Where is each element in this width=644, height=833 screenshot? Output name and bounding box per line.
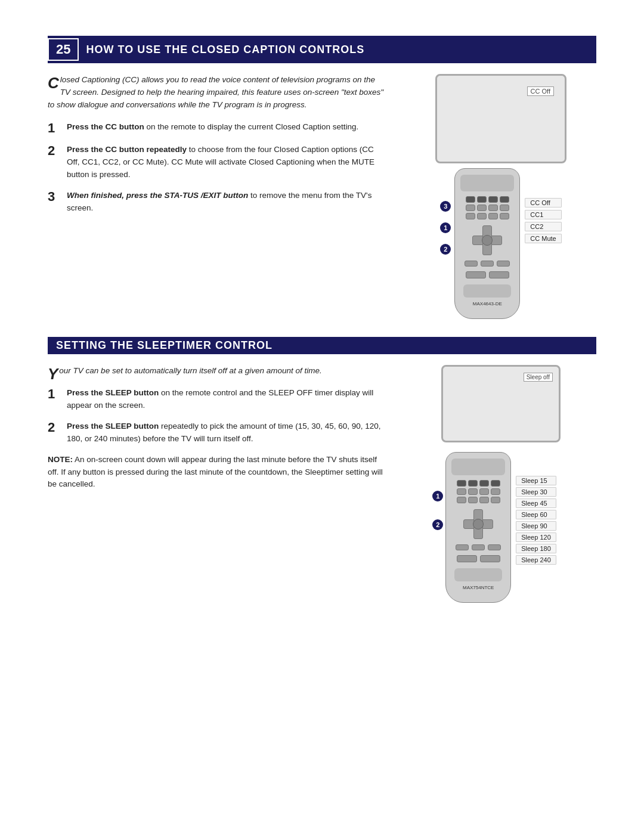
remote-btn-sm <box>465 261 478 267</box>
callout-sleep15: Sleep 15 <box>516 476 556 485</box>
sleep-remote-dpad <box>463 509 493 539</box>
section1-header: 25 How to Use the Closed Caption Control… <box>48 36 596 63</box>
section1-title: How to Use the Closed Caption Controls <box>86 44 364 56</box>
section2-left: Your TV can be set to automatically turn… <box>48 365 388 603</box>
remote-btn <box>479 480 489 487</box>
remote-btn-lg <box>489 271 509 278</box>
section1-intro: Closed Captioning (CC) allows you to rea… <box>48 74 388 112</box>
section1-tv-screen: CC Off <box>435 74 566 163</box>
remote-dpad <box>472 225 502 255</box>
remote-btn <box>466 205 475 211</box>
sleep-remote-bottom <box>454 568 502 581</box>
remote-btn <box>488 213 498 219</box>
remote-btn <box>491 488 500 495</box>
sleep-remote-model: MAX754NTCE <box>463 585 494 590</box>
remote-btn <box>488 196 498 203</box>
remote-btn-lg <box>480 555 500 562</box>
section2-title: Setting the Sleeptimer Control <box>48 339 273 352</box>
remote-top <box>460 175 514 191</box>
section1-step3: 3 When finished, press the STA-TUS /EXIT… <box>48 190 388 215</box>
remote-btn <box>500 213 509 219</box>
callout-cc2: CC2 <box>525 222 561 231</box>
remote-buttons-top <box>466 196 509 219</box>
section1-callouts: CC Off CC1 CC2 CC Mute <box>525 198 561 243</box>
step2-number: 2 <box>48 144 61 181</box>
remote-btn <box>477 196 487 203</box>
sleep-remote-buttons <box>457 480 500 503</box>
remote-btn <box>491 480 500 487</box>
remote-btn-row2 <box>466 271 509 278</box>
section1-remote-area: 3 1 2 <box>440 168 561 319</box>
section1-left: Closed Captioning (CC) allows you to rea… <box>48 74 388 319</box>
remote-btn-lg <box>466 271 486 278</box>
callout-sleep120: Sleep 120 <box>516 532 556 542</box>
badge-1: 1 <box>440 222 451 233</box>
callout-cc1: CC1 <box>525 210 561 219</box>
step2-bold: Press the CC button repeatedly <box>67 145 187 154</box>
step3-number: 3 <box>48 190 61 215</box>
sleep-step1-bold: Press the SLEEP button <box>67 388 159 397</box>
section2-remote-area: MAX754NTCE Sleep 15 Sleep 30 Sleep 45 Sl… <box>445 452 556 603</box>
page: 25 How to Use the Closed Caption Control… <box>0 0 644 833</box>
section2-illustrations: Sleep off <box>417 365 584 603</box>
callout-sleep90: Sleep 90 <box>516 521 556 531</box>
sleep-dpad-center <box>473 519 484 529</box>
remote-btn-sm <box>456 544 469 550</box>
note-bold: NOTE: <box>48 455 73 464</box>
remote-btn <box>468 480 478 487</box>
remote-btn <box>468 497 478 503</box>
sleep-step1-number: 1 <box>48 387 61 412</box>
section2-step2: 2 Press the SLEEP button repeatedly to p… <box>48 420 388 445</box>
remote-btn-sm <box>497 261 510 267</box>
remote-btn <box>466 213 475 219</box>
remote-btn <box>477 205 487 211</box>
remote-btn-sm <box>472 544 485 550</box>
callout-sleep45: Sleep 45 <box>516 498 556 508</box>
remote-btn <box>466 196 475 203</box>
badge-2: 2 <box>440 244 451 255</box>
sleep-step2-number: 2 <box>48 420 61 445</box>
section1-badges: 3 1 2 <box>440 201 451 255</box>
remote-btn <box>500 196 509 203</box>
section1-step2: 2 Press the CC button repeatedly to choo… <box>48 144 388 181</box>
remote-btn <box>491 497 500 503</box>
sleep-btn-row1 <box>456 544 501 550</box>
callout-sleep30: Sleep 30 <box>516 487 556 497</box>
section1: 25 How to Use the Closed Caption Control… <box>48 36 596 319</box>
step2-content: Press the CC button repeatedly to choose… <box>67 144 388 181</box>
remote-btn <box>457 488 466 495</box>
callout-sleep240: Sleep 240 <box>516 555 556 565</box>
section2: Setting the Sleeptimer Control Your TV c… <box>48 337 596 603</box>
sleep-remote-top <box>451 459 505 475</box>
section2-callouts: Sleep 15 Sleep 30 Sleep 45 Sleep 60 Slee… <box>516 476 556 565</box>
remote-btn <box>500 205 509 211</box>
section2-right: Sleep off <box>405 365 596 603</box>
step1-bold: Press the CC button <box>67 122 144 131</box>
remote-model-label: MAX4643-DE <box>473 301 502 306</box>
remote-btn-sm <box>488 544 501 550</box>
remote-btn <box>479 488 489 495</box>
section1-number: 25 <box>48 38 79 61</box>
section1-remote: MAX4643-DE <box>454 168 520 319</box>
callout-sleep60: Sleep 60 <box>516 510 556 519</box>
section1-content: Closed Captioning (CC) allows you to rea… <box>48 74 596 319</box>
remote-btn-lg <box>457 555 477 562</box>
sleep-step1-content: Press the SLEEP button on the remote con… <box>67 387 388 412</box>
callout-cc-mute: CC Mute <box>525 234 561 243</box>
step3-bold: When finished, press the STA-TUS /EXIT b… <box>67 191 248 200</box>
sleep-step2-content: Press the SLEEP button repeatedly to pic… <box>67 420 388 445</box>
step1-content: Press the CC button on the remote to dis… <box>67 121 358 135</box>
sleep-badge-2: 2 <box>432 519 443 530</box>
remote-btn <box>468 488 478 495</box>
remote-btn <box>477 213 487 219</box>
remote-btn <box>488 205 498 211</box>
section2-tv-label: Sleep off <box>524 373 553 382</box>
section1-right: CC Off 3 1 2 <box>405 74 596 319</box>
callout-cc-off: CC Off <box>525 198 561 208</box>
section1-step1: 1 Press the CC button on the remote to d… <box>48 121 388 135</box>
section2-step1: 1 Press the SLEEP button on the remote c… <box>48 387 388 412</box>
sleep-badge-1: 1 <box>432 491 443 501</box>
remote-btn <box>479 497 489 503</box>
callout-sleep180: Sleep 180 <box>516 544 556 553</box>
section2-content: Your TV can be set to automatically turn… <box>48 365 596 603</box>
